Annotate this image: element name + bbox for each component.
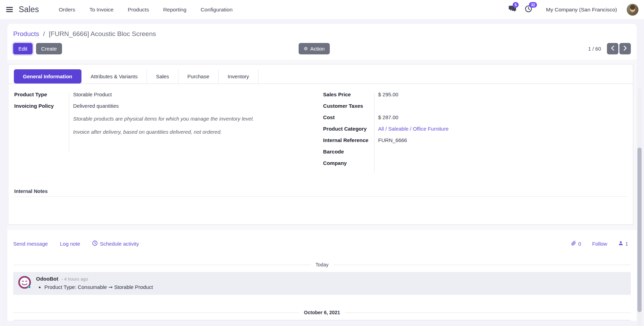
chevron-right-icon: [623, 46, 627, 52]
date-divider-october: October 6, 2021: [13, 310, 631, 315]
odoobot-avatar: [18, 275, 33, 291]
tab-general-information[interactable]: General Information: [14, 69, 81, 83]
chatter-message[interactable]: OdooBot - 16 days ago Product Template c…: [13, 320, 631, 321]
tab-sales[interactable]: Sales: [147, 69, 178, 83]
paperclip-icon: [571, 240, 576, 247]
navbar-systray: 5 32 My Company (San Francisco): [509, 4, 638, 16]
schedule-activity-label: Schedule activity: [100, 241, 139, 247]
top-navbar: Sales Orders To Invoice Products Reporti…: [0, 0, 644, 19]
field-company: Company: [323, 160, 627, 171]
breadcrumb-separator: /: [43, 30, 45, 37]
field-value[interactable]: $ 295.00: [374, 91, 627, 97]
field-invoicing-policy: Invoicing Policy Delivered quantities: [14, 103, 302, 114]
company-switcher[interactable]: My Company (San Francisco): [546, 7, 617, 13]
message-author[interactable]: OdooBot: [36, 276, 58, 282]
field-product-type: Product Type Storable Product: [14, 91, 302, 103]
scrollbar-thumb[interactable]: [637, 148, 642, 312]
field-sales-price: Sales Price $ 295.00: [323, 91, 627, 103]
messages-button[interactable]: 5: [509, 5, 517, 14]
nav-item-configuration[interactable]: Configuration: [201, 5, 232, 15]
schedule-clock-icon: [92, 240, 98, 247]
gear-icon: ⚙: [304, 46, 308, 51]
product-category-link[interactable]: All / Saleable / Office Furniture: [378, 126, 449, 132]
field-barcode: Barcode: [323, 149, 627, 160]
field-label: Barcode: [323, 149, 374, 155]
field-label: Company: [323, 160, 374, 166]
pager-previous-button[interactable]: [607, 43, 618, 54]
apps-menu-icon[interactable]: [6, 5, 14, 15]
form-view-card: Products / [FURN_6666] Acoustic Bloc Scr…: [7, 24, 637, 321]
date-divider-today: Today: [13, 262, 631, 267]
general-information-panel: Product Type Storable Product Invoicing …: [8, 84, 633, 171]
person-icon: [618, 241, 623, 247]
user-avatar[interactable]: [627, 4, 638, 16]
action-button-label: Action: [310, 46, 325, 52]
message-timestamp: - 4 hours ago: [61, 276, 88, 282]
help-text: Invoice after delivery, based on quantit…: [69, 129, 302, 135]
send-message-button[interactable]: Send message: [13, 241, 48, 247]
control-panel: Products / [FURN_6666] Acoustic Bloc Scr…: [7, 24, 637, 60]
create-button[interactable]: Create: [36, 43, 62, 54]
log-note-button[interactable]: Log note: [60, 241, 80, 247]
pager: 1 / 60: [588, 43, 631, 54]
pager-next-button[interactable]: [619, 43, 631, 54]
internal-notes-label[interactable]: Internal Notes: [14, 188, 627, 197]
vertical-scrollbar[interactable]: [637, 88, 642, 326]
page-body: Products / [FURN_6666] Acoustic Bloc Scr…: [0, 24, 644, 321]
field-label: Product Type: [14, 91, 69, 97]
followers-button[interactable]: 1: [618, 241, 628, 247]
invoicing-policy-help: Invoice after delivery, based on quantit…: [14, 129, 302, 142]
field-label: Cost: [323, 114, 374, 120]
help-text: Storable products are physical items for…: [69, 116, 302, 122]
tab-inventory[interactable]: Inventory: [219, 69, 258, 83]
field-label: Customer Taxes: [323, 103, 374, 109]
followers-count: 1: [625, 241, 628, 247]
page-title: [FURN_6666] Acoustic Bloc Screens: [49, 30, 156, 37]
field-cost: Cost $ 287.00: [323, 114, 627, 126]
main-menu: Orders To Invoice Products Reporting Con…: [59, 5, 233, 15]
chevron-left-icon: [611, 46, 615, 52]
field-value[interactable]: Delivered quantities: [69, 103, 302, 109]
product-type-help: Storable products are physical items for…: [14, 116, 302, 129]
messages-badge: 5: [513, 2, 519, 8]
attachments-count: 0: [578, 241, 581, 247]
field-label: Internal Reference: [323, 137, 374, 143]
nav-item-to-invoice[interactable]: To Invoice: [89, 5, 114, 15]
tab-attributes-variants[interactable]: Attributes & Variants: [81, 69, 147, 83]
form-sheet-background: General Information Attributes & Variant…: [7, 60, 637, 230]
nav-item-reporting[interactable]: Reporting: [163, 5, 186, 15]
field-label: Product Category: [323, 126, 374, 132]
tab-purchase[interactable]: Purchase: [178, 69, 219, 83]
breadcrumb: Products / [FURN_6666] Acoustic Bloc Scr…: [13, 30, 631, 38]
schedule-activity-button[interactable]: Schedule activity: [92, 240, 139, 247]
field-value[interactable]: Storable Product: [69, 91, 302, 97]
field-label: Invoicing Policy: [14, 103, 69, 109]
field-internal-reference: Internal Reference FURN_6666: [323, 137, 627, 149]
field-customer-taxes: Customer Taxes: [323, 103, 627, 114]
field-label: Sales Price: [323, 91, 374, 97]
pager-counter: 1 / 60: [588, 46, 601, 52]
internal-notes-section: Internal Notes: [8, 188, 633, 197]
field-product-category: Product Category All / Saleable / Office…: [323, 126, 627, 137]
chatter-message[interactable]: OdooBot - 4 hours ago Product Type: Cons…: [13, 272, 631, 295]
action-menu-button[interactable]: ⚙ Action: [299, 43, 330, 54]
notebook-tabs: General Information Attributes & Variant…: [8, 64, 633, 84]
edit-button[interactable]: Edit: [13, 43, 33, 54]
chatter: Send message Log note Schedule activity: [7, 230, 637, 321]
activities-badge: 32: [529, 2, 537, 8]
app-name[interactable]: Sales: [19, 5, 39, 14]
activities-button[interactable]: 32: [525, 5, 532, 14]
nav-item-orders[interactable]: Orders: [59, 5, 75, 15]
attachments-button[interactable]: 0: [571, 240, 581, 247]
field-value[interactable]: $ 287.00: [374, 114, 627, 120]
follow-button[interactable]: Follow: [592, 241, 607, 247]
form-sheet: General Information Attributes & Variant…: [8, 64, 633, 225]
breadcrumb-products-link[interactable]: Products: [13, 30, 39, 37]
field-value[interactable]: FURN_6666: [374, 137, 627, 143]
nav-item-products[interactable]: Products: [128, 5, 149, 15]
message-body: Product Type: Consumable ➞ Storable Prod…: [44, 284, 625, 290]
